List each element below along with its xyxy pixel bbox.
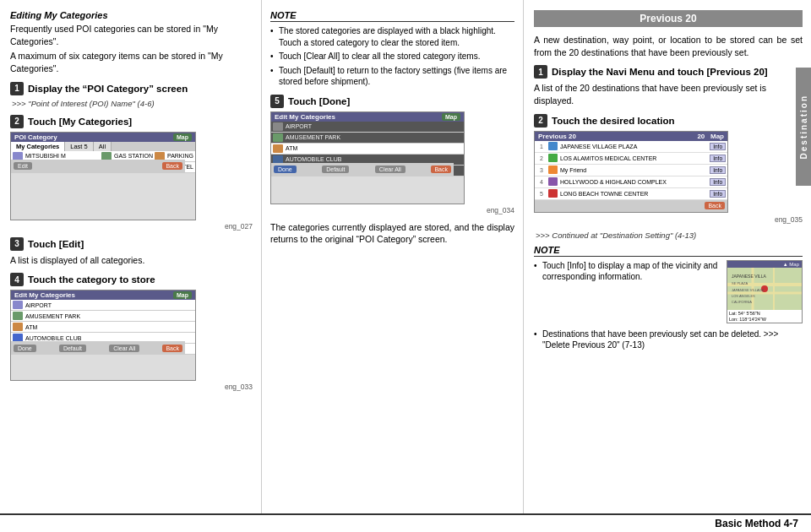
left-column: Editing My Categories Frequently used PO…: [0, 0, 262, 513]
svg-text:SE PLAZA: SE PLAZA: [732, 281, 748, 285]
step-4: 4 Touch the category to store Edit My Ca…: [10, 273, 253, 391]
right-note-list-2: Destinations that have been previously s…: [534, 328, 803, 351]
caption-eng035: eng_035: [534, 215, 803, 224]
step-2-label: Touch [My Categories]: [28, 117, 132, 127]
prev-row-4: 4 HOLLYWOOD & HIGHLAND COMPLEX Info: [535, 176, 727, 188]
right-column: Previous 20 A new destination, way point…: [524, 0, 811, 513]
step-4-num: 4: [10, 273, 24, 286]
caption-eng033: eng_033: [10, 383, 253, 391]
bottom-bar-text: Basic Method 4-7: [715, 518, 798, 529]
step-5-label: Touch [Done]: [288, 96, 350, 106]
screen-header: POI Category Map: [11, 133, 195, 142]
note-list: The stored categories are displayed with…: [270, 25, 514, 88]
prev20-screen-header: Previous 20 20 Map: [535, 132, 727, 141]
step-3-header: 3 Touch [Edit]: [10, 237, 253, 251]
right-note-item-1: Touch [Info] to display a map of the vic…: [534, 260, 721, 283]
map-thumb-header: ▲ Map: [727, 261, 802, 268]
intro-line-2: A maximum of six category items can be s…: [10, 50, 253, 74]
map-thumb-area: JAPANESE VILLA SE PLAZA JAPANESE VILLAGE…: [727, 268, 802, 310]
right-step-1: 1 Display the Navi Menu and touch [Previ…: [534, 65, 803, 106]
step-2-header: 2 Touch [My Categories]: [10, 115, 253, 128]
note-title: NOTE: [270, 10, 514, 22]
caption-eng034: eng_034: [270, 206, 514, 214]
step-1-label: Display the “POI Category” screen: [28, 84, 188, 94]
prev20-body: A new destination, way point, or locatio…: [534, 34, 803, 58]
step-3-label: Touch [Edit]: [28, 239, 84, 249]
map-thumbnail: ▲ Map JAPANESE VILLA SE PLAZA: [727, 260, 803, 323]
continued-text: >>> Continued at "Destination Setting" (…: [536, 231, 803, 240]
screen-bottom: Edit Back: [11, 160, 185, 173]
mid-result-text: The categories currently displayed are s…: [270, 221, 514, 246]
step-1-header: 1 Display the “POI Category” screen: [10, 82, 253, 95]
prev20-screen: Previous 20 20 Map 1 JAPANESE VILLAGE PL…: [534, 131, 728, 213]
nav-row: ATM: [11, 322, 195, 333]
screen-bottom-2: Done Default Clear All Back: [11, 341, 185, 355]
nav-row: AIRPORT: [11, 300, 195, 311]
step-4-header: 4 Touch the category to store: [10, 273, 253, 286]
right-note-title: NOTE: [534, 245, 803, 257]
right-step-1-label: Display the Navi Menu and touch [Previou…: [552, 67, 768, 77]
step-4-label: Touch the category to store: [28, 274, 155, 285]
note-section: NOTE The stored categories are displayed…: [270, 10, 514, 88]
screen-header-3: Edit My Categories Map: [271, 112, 464, 122]
right-step-2-label: Touch the desired location: [552, 116, 674, 126]
right-step-2-num: 2: [534, 114, 547, 128]
right-step-1-num: 1: [534, 65, 547, 79]
svg-text:CALIFORNIA: CALIFORNIA: [732, 300, 752, 304]
step-3-body: A list is displayed of all categories.: [10, 254, 253, 267]
note-with-image: Touch [Info] to display a map of the vic…: [534, 260, 803, 323]
prev20-screen-container: Previous 20 20 Map 1 JAPANESE VILLAGE PL…: [534, 131, 732, 213]
prev-row-5: 5 LONG BEACH TOWNE CENTER Info: [535, 188, 727, 200]
prev20-bottom-bar: Back: [535, 200, 727, 212]
prev-row-3: 3 My Friend Info: [535, 165, 727, 176]
screen-edit-categories: Edit My Categories Map AIRPORT AMUSEMENT…: [10, 290, 196, 381]
caption-eng027: eng_027: [10, 222, 253, 231]
step-1-num: 1: [10, 82, 24, 95]
step-3-num: 3: [10, 237, 24, 251]
note-item-2: Touch [Clear All] to clear all the store…: [270, 51, 514, 62]
middle-column: NOTE The stored categories are displayed…: [262, 0, 524, 513]
right-step-1-header: 1 Display the Navi Menu and touch [Previ…: [534, 65, 803, 79]
screen-tabs: My Categories Last 5 All: [11, 142, 195, 151]
left-title: Editing My Categories: [10, 10, 253, 20]
step-5-header: 5 Touch [Done]: [270, 95, 514, 108]
page-container: Editing My Categories Frequently used PO…: [0, 0, 811, 513]
note-item-3: Touch [Default] to return to the factory…: [270, 65, 514, 88]
screen-done: Edit My Categories Map AIRPORT AMUSEMENT…: [270, 111, 465, 204]
edit-rows: AIRPORT AMUSEMENT PARK ATM AUTOMOBILE CL…: [11, 300, 195, 355]
done-rows: AIRPORT AMUSEMENT PARK ATM AUTOMOBILE CL…: [271, 122, 464, 176]
note-item-1: The stored categories are displayed with…: [270, 25, 514, 48]
step-2: 2 Touch [My Categories] POI Category Map…: [10, 115, 253, 231]
step-5-num: 5: [270, 95, 284, 108]
svg-text:LOS ANGELES: LOS ANGELES: [732, 294, 755, 298]
svg-text:JAPANESE VILLAGE: JAPANESE VILLAGE: [732, 288, 765, 292]
destination-tab-label: Destination: [799, 95, 808, 159]
step-1-sub: >>> "Point of Interest (POI) Name" (4-6): [12, 99, 253, 108]
right-step-1-body: A list of the 20 destinations that have …: [534, 82, 803, 106]
right-note: NOTE Touch [Info] to display a map of th…: [534, 245, 803, 351]
map-svg: JAPANESE VILLA SE PLAZA JAPANESE VILLAGE…: [727, 268, 802, 310]
right-note-item-2: Destinations that have been previously s…: [534, 328, 803, 351]
nav-row: AMUSEMENT PARK: [11, 311, 195, 322]
note-text-left: Touch [Info] to display a map of the vic…: [534, 260, 721, 323]
bottom-bar: Basic Method 4-7: [0, 513, 811, 532]
step-2-num: 2: [10, 115, 24, 128]
destination-tab: Destination: [796, 68, 811, 186]
left-intro: Frequently used POI categories can be st…: [10, 23, 253, 75]
screen-header-2: Edit My Categories Map: [11, 290, 195, 300]
right-step-2: 2 Touch the desired location Previous 20…: [534, 114, 803, 224]
prev20-title: Previous 20: [534, 10, 803, 27]
step-3: 3 Touch [Edit] A list is displayed of al…: [10, 237, 253, 267]
nav-row: AMUSEMENT PARK: [271, 133, 464, 144]
step-1: 1 Display the “POI Category” screen >>> …: [10, 82, 253, 108]
right-step-2-header: 2 Touch the desired location: [534, 114, 803, 128]
nav-row: AIRPORT: [271, 122, 464, 133]
step-5: 5 Touch [Done] Edit My Categories Map AI…: [270, 95, 514, 214]
prev-row-2: 2 LOS ALAMITOS MEDICAL CENTER Info: [535, 153, 727, 165]
screen-poi-category: POI Category Map My Categories Last 5 Al…: [10, 132, 196, 220]
screen-bottom-3: Done Default Clear All Back: [271, 163, 454, 176]
map-coords: Lat: 54° 5'56"NLon: 118°14'24"W: [727, 310, 802, 323]
svg-text:JAPANESE VILLA: JAPANESE VILLA: [732, 274, 766, 279]
nav-row: ATM: [271, 144, 464, 155]
right-note-list: Touch [Info] to display a map of the vic…: [534, 260, 721, 283]
